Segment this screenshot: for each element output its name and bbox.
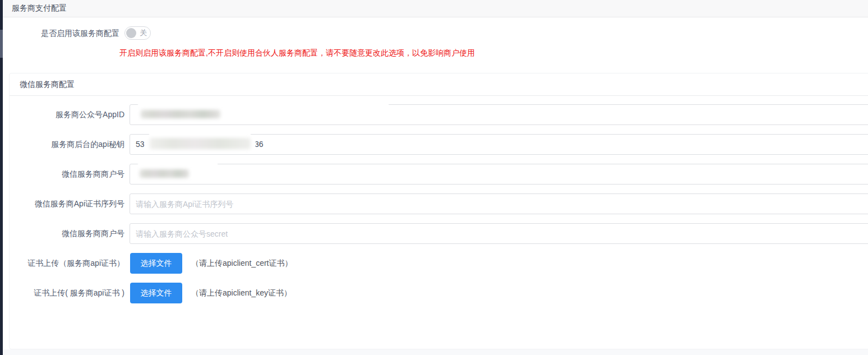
account-secret-input[interactable]: [130, 223, 868, 244]
field-label-key-upload: 证书上传( 服务商api证书 ): [10, 283, 124, 303]
redacted-value: [144, 133, 256, 154]
page-header-bar: 服务商支付配置: [3, 0, 868, 17]
form-row-cert-upload: 证书上传（服务商api证书） 选择文件 （请上传apiclient_cert证书…: [10, 253, 868, 274]
field-label-cert-upload: 证书上传（服务商api证书）: [10, 253, 124, 274]
api-secret-input[interactable]: 53 36: [130, 134, 868, 155]
config-warning-text: 开启则启用该服务商配置,不开启则使用合伙人服务商配置，请不要随意更改此选项，以免…: [119, 48, 475, 58]
field-label-account-secret: 微信服务商商户号: [10, 223, 124, 244]
section-title: 微信服务商配置: [10, 73, 868, 96]
form-row-cert-serial: 微信服务商Api证书序列号: [10, 193, 868, 214]
upload-note-key: （请上传apiclient_key证书）: [191, 283, 292, 303]
choose-file-button-cert[interactable]: 选择文件: [130, 253, 182, 274]
redacted-value: [133, 163, 223, 183]
appid-input[interactable]: [130, 104, 868, 125]
choose-file-button-key[interactable]: 选择文件: [130, 283, 182, 303]
merchant-id-input[interactable]: [130, 164, 868, 185]
enable-config-switch[interactable]: 关: [124, 26, 151, 40]
switch-knob-icon: [126, 28, 136, 38]
form-row-merchant-id: 微信服务商商户号: [10, 164, 868, 185]
form-row-account-secret: 微信服务商商户号: [10, 223, 868, 244]
field-label-merchant-id: 微信服务商商户号: [10, 164, 124, 185]
enable-config-label: 是否启用该服务商配置: [3, 26, 119, 40]
sidebar-scrollbar-thumb[interactable]: [0, 30, 3, 58]
api-secret-value-suffix: 36: [255, 135, 264, 154]
field-label-cert-serial: 微信服务商Api证书序列号: [10, 193, 124, 214]
form-row-api-secret: 服务商后台的api秘钥 53 36: [10, 134, 868, 155]
redacted-value: [133, 103, 394, 124]
wechat-provider-config-card: 微信服务商配置 服务商公众号AppID 服务商后台的api秘钥 53 36 微信…: [9, 73, 868, 349]
page-title: 服务商支付配置: [12, 3, 67, 13]
field-label-api-secret: 服务商后台的api秘钥: [10, 134, 124, 155]
page-background-strip: [3, 349, 868, 355]
form-row-appid: 服务商公众号AppID: [10, 104, 868, 125]
form-row-key-upload: 证书上传( 服务商api证书 ) 选择文件 （请上传apiclient_key证…: [10, 283, 868, 303]
api-cert-serial-input[interactable]: [130, 193, 868, 214]
switch-state-text: 关: [140, 27, 147, 39]
collapsed-sidebar-strip: [0, 0, 3, 355]
upload-note-cert: （请上传apiclient_cert证书）: [191, 253, 293, 274]
field-label-appid: 服务商公众号AppID: [10, 104, 124, 125]
api-secret-value-prefix: 53: [136, 135, 145, 154]
